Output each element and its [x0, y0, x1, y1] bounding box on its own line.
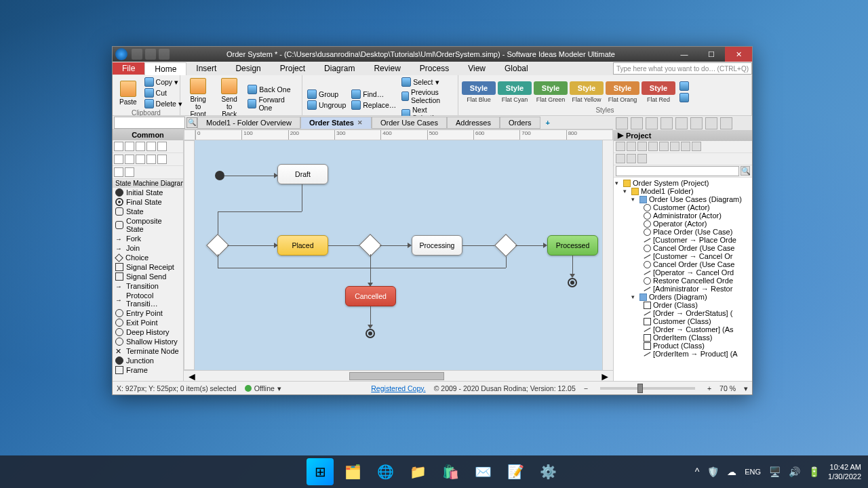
tool-protocol-transition[interactable]: Protocol Transiti… — [113, 291, 183, 308]
add-tab-button[interactable]: + — [540, 117, 555, 128]
toolbox-section-header[interactable]: State Machine Diagram — [113, 179, 183, 188]
scrollbar-horizontal[interactable]: ◄► — [184, 370, 613, 381]
tree-item[interactable]: ▾Model1 (Folder) — [615, 187, 751, 195]
tree-item[interactable]: Order (Class) — [615, 301, 751, 309]
tool-fork[interactable]: Fork — [113, 234, 183, 243]
proj-tool-icon[interactable] — [692, 142, 701, 151]
proj-tool-icon[interactable] — [670, 142, 679, 151]
tool-join[interactable]: Join — [113, 243, 183, 253]
doc-tab-overview[interactable]: Model1 - Folder Overview — [197, 117, 300, 129]
tree-item[interactable]: Cancel Order (Use Case — [615, 260, 751, 268]
tab-process[interactable]: Process — [410, 62, 458, 75]
tool-final-state[interactable]: Final State — [113, 197, 183, 207]
bring-front-button[interactable]: Bring to Front — [183, 77, 213, 119]
zoom-level[interactable]: 70 % — [719, 384, 736, 392]
state-processing[interactable]: Processing — [412, 235, 462, 256]
initial-state-node[interactable] — [215, 171, 224, 180]
tab-review[interactable]: Review — [364, 62, 410, 75]
doc-tab-orders[interactable]: Orders — [500, 117, 540, 129]
proj-tool-icon[interactable] — [627, 154, 636, 163]
panel-tool-icon[interactable] — [631, 117, 643, 129]
tray-chevron-icon[interactable]: ^ — [695, 466, 700, 477]
doc-tab-use-cases[interactable]: Order Use Cases — [372, 117, 447, 129]
forward-one-button[interactable]: Forward One — [245, 95, 299, 113]
paste-button[interactable]: Paste — [115, 79, 141, 107]
panel-tool-icon[interactable] — [675, 117, 688, 129]
tool-icon[interactable] — [114, 167, 123, 177]
tree-item[interactable]: OrderItem (Class) — [615, 333, 751, 342]
final-state-processed[interactable] — [568, 278, 577, 287]
select-button[interactable]: Select ▾ — [399, 77, 455, 87]
tool-icon[interactable] — [136, 142, 145, 151]
state-processed[interactable]: Processed — [547, 235, 598, 256]
tab-close-icon[interactable]: ✕ — [357, 119, 363, 126]
panel-tool-icon[interactable] — [690, 117, 703, 129]
tray-security-icon[interactable]: 🛡️ — [707, 466, 719, 477]
tool-composite-state[interactable]: Composite State — [113, 216, 183, 234]
tool-deep-history[interactable]: Deep History — [113, 327, 183, 337]
taskbar-mail-icon[interactable]: ✉️ — [469, 458, 496, 485]
tool-icon[interactable] — [125, 155, 134, 164]
tool-frame[interactable]: Frame — [113, 365, 183, 375]
tool-junction[interactable]: Junction — [113, 356, 183, 365]
style-red-button[interactable]: Style — [642, 81, 675, 95]
tree-search-input[interactable] — [616, 166, 739, 176]
style-cyan-button[interactable]: Style — [498, 81, 532, 95]
tray-onedrive-icon[interactable]: ☁ — [727, 466, 736, 477]
tool-icon[interactable] — [114, 155, 123, 164]
minimize-button[interactable]: — — [671, 47, 698, 62]
close-button[interactable]: ✕ — [725, 47, 752, 62]
tree-item[interactable]: Administrator (Actor) — [615, 211, 751, 220]
search-icon[interactable]: 🔍 — [741, 166, 750, 176]
tool-signal-receipt[interactable]: Signal Receipt — [113, 262, 183, 272]
tree-item[interactable]: [Customer → Cancel Or — [615, 252, 751, 260]
maximize-button[interactable]: ☐ — [698, 47, 725, 62]
tray-network-icon[interactable]: 🖥️ — [769, 466, 781, 477]
delete-button[interactable]: Delete ▾ — [142, 98, 184, 109]
tree-item[interactable]: Customer (Class) — [615, 317, 751, 325]
group-button[interactable]: Group — [305, 89, 348, 100]
style-more-icon[interactable] — [679, 81, 689, 91]
tray-volume-icon[interactable]: 🔊 — [789, 466, 800, 477]
status-offline[interactable]: Offline — [254, 384, 275, 392]
tool-shallow-history[interactable]: Shallow History — [113, 337, 183, 346]
tree-item[interactable]: ▾Orders (Diagram) — [615, 293, 751, 301]
style-orange-button[interactable]: Style — [606, 81, 639, 95]
style-options-icon[interactable] — [679, 93, 689, 102]
tree-item[interactable]: [Operator → Cancel Ord — [615, 268, 751, 277]
tree-item[interactable]: [Administrator → Restor — [615, 285, 751, 293]
tree-item[interactable]: ▾Order Use Cases (Diagram) — [615, 195, 751, 203]
zoom-in-button[interactable]: + — [707, 384, 711, 392]
tree-item[interactable]: Product (Class) — [615, 342, 751, 350]
proj-tool-icon[interactable] — [616, 154, 625, 163]
toolbox-search-input[interactable] — [114, 117, 185, 129]
tool-initial-state[interactable]: Initial State — [113, 188, 183, 197]
choice-node-3[interactable] — [494, 234, 517, 257]
diagram-canvas[interactable]: Draft Placed — [195, 140, 602, 370]
tray-language[interactable]: ENG — [745, 468, 761, 476]
proj-tool-icon[interactable] — [616, 142, 625, 151]
proj-tool-icon[interactable] — [637, 154, 647, 163]
proj-tool-icon[interactable] — [648, 142, 658, 151]
copy-button[interactable]: Copy ▾ — [142, 77, 184, 87]
omnibox-input[interactable]: Type here what you want to do… (CTRL+Q) — [613, 62, 752, 75]
tree-item[interactable]: [Order → OrderStatus] ( — [615, 309, 751, 317]
taskbar-store-icon[interactable]: 🛍️ — [437, 458, 464, 485]
panel-tool-icon[interactable] — [646, 117, 658, 129]
start-button[interactable]: ⊞ — [307, 458, 334, 485]
proj-tool-icon[interactable] — [627, 142, 636, 151]
taskbar-explorer-icon[interactable]: 🗂️ — [339, 458, 366, 485]
tool-terminate[interactable]: ✕Terminate Node — [113, 346, 183, 356]
ungroup-button[interactable]: Ungroup — [305, 100, 348, 110]
style-yellow-button[interactable]: Style — [570, 81, 604, 95]
taskbar-edge-icon[interactable]: 🌐 — [372, 458, 399, 485]
tool-icon[interactable] — [157, 155, 167, 164]
tab-design[interactable]: Design — [226, 62, 270, 75]
tree-item[interactable]: [OrderItem → Product] (A — [615, 350, 751, 358]
tool-pointer-icon[interactable] — [114, 142, 123, 151]
tool-icon[interactable] — [125, 142, 134, 151]
tab-insert[interactable]: Insert — [186, 62, 226, 75]
send-back-button[interactable]: Send to Back — [214, 77, 244, 119]
state-placed[interactable]: Placed — [277, 235, 328, 256]
state-draft[interactable]: Draft — [277, 164, 328, 184]
